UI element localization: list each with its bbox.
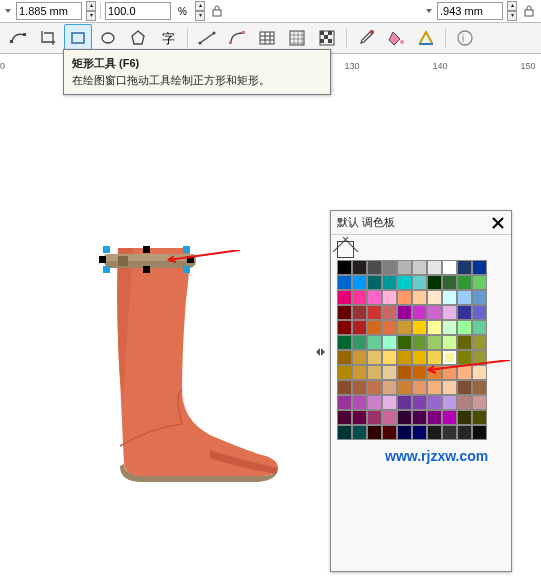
svg-rect-11	[242, 31, 245, 34]
svg-text:%: %	[178, 6, 187, 17]
mm2-spinner[interactable]: ▴▾	[507, 1, 517, 21]
tool-crop[interactable]	[34, 24, 62, 52]
tool-text[interactable]: 字	[154, 24, 182, 52]
svg-rect-2	[525, 10, 533, 16]
tool-polygon[interactable]	[124, 24, 152, 52]
tool-eyedropper[interactable]	[352, 24, 380, 52]
lock-icon[interactable]	[209, 3, 225, 19]
tool-outline[interactable]	[412, 24, 440, 52]
svg-rect-4	[23, 33, 26, 36]
svg-point-8	[199, 42, 202, 45]
svg-rect-22	[419, 43, 433, 45]
svg-point-20	[370, 30, 374, 34]
tool-freehand[interactable]	[193, 24, 221, 52]
lock2-icon[interactable]	[521, 3, 537, 19]
svg-point-6	[102, 33, 114, 43]
tool-tooltip: 矩形工具 (F6) 在绘图窗口拖动工具绘制正方形和矩形。	[63, 49, 331, 73]
tool-pattern[interactable]	[313, 24, 341, 52]
svg-rect-5	[72, 33, 84, 43]
svg-rect-17	[324, 35, 328, 39]
tool-paint-bucket[interactable]	[382, 24, 410, 52]
svg-rect-16	[328, 31, 332, 35]
svg-text:i: i	[462, 33, 464, 44]
svg-text:字: 字	[162, 31, 175, 46]
svg-rect-15	[320, 31, 324, 35]
tool-table[interactable]	[253, 24, 281, 52]
tool-rectangle[interactable]	[64, 24, 92, 52]
svg-rect-12	[260, 32, 274, 44]
pct-spinner[interactable]: ▴▾	[195, 1, 205, 21]
svg-point-21	[400, 40, 404, 44]
tool-help[interactable]: i	[451, 24, 479, 52]
svg-rect-10	[229, 41, 232, 44]
tool-grid[interactable]	[283, 24, 311, 52]
dropdown-arrow-icon-1[interactable]	[4, 7, 12, 15]
svg-point-23	[458, 31, 472, 45]
dropdown-arrow-icon-2[interactable]	[425, 7, 433, 15]
tooltip-title: 矩形工具 (F6)	[72, 56, 322, 71]
svg-rect-1	[213, 10, 221, 16]
tool-ellipse[interactable]	[94, 24, 122, 52]
tool-shape-edit[interactable]	[4, 24, 32, 52]
svg-point-9	[213, 32, 216, 35]
svg-rect-19	[328, 39, 332, 43]
percent-icon: %	[175, 3, 191, 19]
pct-input[interactable]	[105, 2, 171, 20]
svg-rect-3	[10, 40, 13, 43]
tool-bezier[interactable]	[223, 24, 251, 52]
svg-rect-18	[320, 39, 324, 43]
mm-spinner[interactable]: ▴▾	[86, 1, 96, 21]
mm-input[interactable]	[16, 2, 82, 20]
mm2-input[interactable]	[437, 2, 503, 20]
